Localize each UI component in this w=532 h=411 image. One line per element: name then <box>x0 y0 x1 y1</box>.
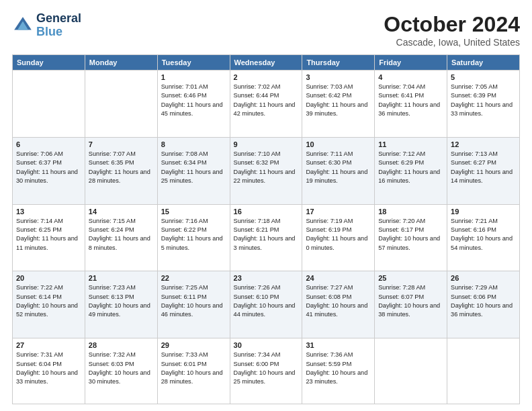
table-row: 7Sunrise: 7:07 AM Sunset: 6:35 PM Daylig… <box>85 137 157 204</box>
day-info: Sunrise: 7:02 AM Sunset: 6:44 PM Dayligh… <box>234 83 299 118</box>
table-row: 11Sunrise: 7:12 AM Sunset: 6:29 PM Dayli… <box>375 137 447 204</box>
day-number: 16 <box>234 208 299 216</box>
table-row: 21Sunrise: 7:23 AM Sunset: 6:13 PM Dayli… <box>85 271 157 338</box>
table-row: 20Sunrise: 7:22 AM Sunset: 6:14 PM Dayli… <box>13 271 85 338</box>
day-info: Sunrise: 7:08 AM Sunset: 6:34 PM Dayligh… <box>161 150 226 185</box>
col-tuesday: Tuesday <box>157 55 230 71</box>
table-row: 9Sunrise: 7:10 AM Sunset: 6:32 PM Daylig… <box>230 137 302 204</box>
day-info: Sunrise: 7:22 AM Sunset: 6:14 PM Dayligh… <box>16 283 81 319</box>
day-number: 25 <box>378 274 443 282</box>
day-info: Sunrise: 7:34 AM Sunset: 6:00 PM Dayligh… <box>234 351 299 386</box>
day-number: 4 <box>378 73 443 81</box>
day-info: Sunrise: 7:20 AM Sunset: 6:17 PM Dayligh… <box>378 217 443 253</box>
month-title: October 2024 <box>384 12 520 37</box>
table-row: 8Sunrise: 7:08 AM Sunset: 6:34 PM Daylig… <box>157 137 230 204</box>
col-wednesday: Wednesday <box>230 55 302 71</box>
day-info: Sunrise: 7:21 AM Sunset: 6:16 PM Dayligh… <box>451 217 516 253</box>
table-row: 15Sunrise: 7:16 AM Sunset: 6:22 PM Dayli… <box>157 204 230 271</box>
day-info: Sunrise: 7:27 AM Sunset: 6:08 PM Dayligh… <box>306 283 371 319</box>
table-row: 13Sunrise: 7:14 AM Sunset: 6:25 PM Dayli… <box>13 204 85 271</box>
day-number: 22 <box>161 274 226 282</box>
table-row: 14Sunrise: 7:15 AM Sunset: 6:24 PM Dayli… <box>85 204 157 271</box>
table-row: 26Sunrise: 7:29 AM Sunset: 6:06 PM Dayli… <box>447 271 520 338</box>
day-info: Sunrise: 7:18 AM Sunset: 6:21 PM Dayligh… <box>234 217 299 253</box>
day-number: 8 <box>161 140 226 148</box>
day-info: Sunrise: 7:23 AM Sunset: 6:13 PM Dayligh… <box>89 283 154 319</box>
day-info: Sunrise: 7:10 AM Sunset: 6:32 PM Dayligh… <box>234 150 299 185</box>
day-number: 26 <box>451 274 516 282</box>
day-number: 2 <box>234 73 299 81</box>
table-row: 17Sunrise: 7:19 AM Sunset: 6:19 PM Dayli… <box>302 204 375 271</box>
day-number: 18 <box>378 208 443 216</box>
day-info: Sunrise: 7:01 AM Sunset: 6:46 PM Dayligh… <box>161 83 226 118</box>
table-row: 4Sunrise: 7:04 AM Sunset: 6:41 PM Daylig… <box>375 71 447 138</box>
day-info: Sunrise: 7:03 AM Sunset: 6:42 PM Dayligh… <box>306 83 371 118</box>
table-row: 28Sunrise: 7:32 AM Sunset: 6:03 PM Dayli… <box>85 338 157 404</box>
day-info: Sunrise: 7:33 AM Sunset: 6:01 PM Dayligh… <box>161 351 226 386</box>
col-thursday: Thursday <box>302 55 375 71</box>
calendar-table: Sunday Monday Tuesday Wednesday Thursday… <box>12 54 520 404</box>
day-number: 5 <box>451 73 516 81</box>
day-info: Sunrise: 7:28 AM Sunset: 6:07 PM Dayligh… <box>378 283 443 319</box>
calendar-header-row: Sunday Monday Tuesday Wednesday Thursday… <box>13 55 520 71</box>
day-number: 1 <box>161 73 226 81</box>
col-sunday: Sunday <box>13 55 85 71</box>
day-number: 30 <box>234 341 299 349</box>
day-number: 15 <box>161 208 226 216</box>
day-info: Sunrise: 7:05 AM Sunset: 6:39 PM Dayligh… <box>451 83 516 118</box>
col-friday: Friday <box>375 55 447 71</box>
day-number: 10 <box>306 140 371 148</box>
calendar-week-row: 13Sunrise: 7:14 AM Sunset: 6:25 PM Dayli… <box>13 204 520 271</box>
day-number: 23 <box>234 274 299 282</box>
table-row: 5Sunrise: 7:05 AM Sunset: 6:39 PM Daylig… <box>447 71 520 138</box>
day-number: 6 <box>16 140 81 148</box>
logo-icon <box>12 15 34 36</box>
day-number: 12 <box>451 140 516 148</box>
day-info: Sunrise: 7:16 AM Sunset: 6:22 PM Dayligh… <box>161 217 226 253</box>
day-number: 24 <box>306 274 371 282</box>
location: Cascade, Iowa, United States <box>384 37 520 48</box>
table-row <box>13 71 85 138</box>
table-row: 3Sunrise: 7:03 AM Sunset: 6:42 PM Daylig… <box>302 71 375 138</box>
day-info: Sunrise: 7:19 AM Sunset: 6:19 PM Dayligh… <box>306 217 371 253</box>
table-row: 24Sunrise: 7:27 AM Sunset: 6:08 PM Dayli… <box>302 271 375 338</box>
day-number: 9 <box>234 140 299 148</box>
day-info: Sunrise: 7:31 AM Sunset: 6:04 PM Dayligh… <box>16 351 81 386</box>
day-number: 17 <box>306 208 371 216</box>
day-number: 27 <box>16 341 81 349</box>
table-row: 30Sunrise: 7:34 AM Sunset: 6:00 PM Dayli… <box>230 338 302 404</box>
table-row: 1Sunrise: 7:01 AM Sunset: 6:46 PM Daylig… <box>157 71 230 138</box>
col-monday: Monday <box>85 55 157 71</box>
day-info: Sunrise: 7:26 AM Sunset: 6:10 PM Dayligh… <box>234 283 299 319</box>
day-info: Sunrise: 7:36 AM Sunset: 5:59 PM Dayligh… <box>306 351 371 386</box>
table-row: 29Sunrise: 7:33 AM Sunset: 6:01 PM Dayli… <box>157 338 230 404</box>
calendar-week-row: 6Sunrise: 7:06 AM Sunset: 6:37 PM Daylig… <box>13 137 520 204</box>
day-info: Sunrise: 7:29 AM Sunset: 6:06 PM Dayligh… <box>451 283 516 319</box>
table-row: 2Sunrise: 7:02 AM Sunset: 6:44 PM Daylig… <box>230 71 302 138</box>
calendar-week-row: 1Sunrise: 7:01 AM Sunset: 6:46 PM Daylig… <box>13 71 520 138</box>
col-saturday: Saturday <box>447 55 520 71</box>
day-info: Sunrise: 7:07 AM Sunset: 6:35 PM Dayligh… <box>89 150 154 185</box>
day-info: Sunrise: 7:04 AM Sunset: 6:41 PM Dayligh… <box>378 83 443 118</box>
day-info: Sunrise: 7:25 AM Sunset: 6:11 PM Dayligh… <box>161 283 226 319</box>
table-row: 19Sunrise: 7:21 AM Sunset: 6:16 PM Dayli… <box>447 204 520 271</box>
day-number: 3 <box>306 73 371 81</box>
table-row: 31Sunrise: 7:36 AM Sunset: 5:59 PM Dayli… <box>302 338 375 404</box>
day-number: 14 <box>89 208 154 216</box>
day-number: 21 <box>89 274 154 282</box>
day-number: 13 <box>16 208 81 216</box>
table-row: 25Sunrise: 7:28 AM Sunset: 6:07 PM Dayli… <box>375 271 447 338</box>
calendar-week-row: 27Sunrise: 7:31 AM Sunset: 6:04 PM Dayli… <box>13 338 520 404</box>
day-info: Sunrise: 7:14 AM Sunset: 6:25 PM Dayligh… <box>16 217 81 253</box>
day-info: Sunrise: 7:11 AM Sunset: 6:30 PM Dayligh… <box>306 150 371 185</box>
day-number: 19 <box>451 208 516 216</box>
day-info: Sunrise: 7:12 AM Sunset: 6:29 PM Dayligh… <box>378 150 443 185</box>
table-row <box>85 71 157 138</box>
day-info: Sunrise: 7:15 AM Sunset: 6:24 PM Dayligh… <box>89 217 154 253</box>
day-info: Sunrise: 7:32 AM Sunset: 6:03 PM Dayligh… <box>89 351 154 386</box>
logo-text: General Blue <box>36 12 81 39</box>
header: General Blue October 2024 Cascade, Iowa,… <box>12 12 520 48</box>
day-info: Sunrise: 7:06 AM Sunset: 6:37 PM Dayligh… <box>16 150 81 185</box>
table-row: 6Sunrise: 7:06 AM Sunset: 6:37 PM Daylig… <box>13 137 85 204</box>
table-row: 22Sunrise: 7:25 AM Sunset: 6:11 PM Dayli… <box>157 271 230 338</box>
